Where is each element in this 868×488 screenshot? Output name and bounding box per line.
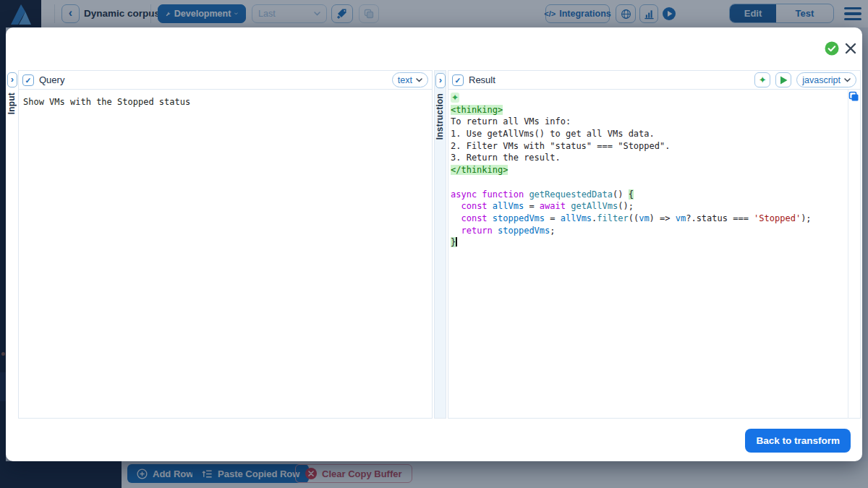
code-line: const stoppedVms = allVms.filter((vm) =>… xyxy=(451,213,846,225)
code-editor[interactable]: ✦<thinking>To return all VMs info:1. Use… xyxy=(448,90,860,419)
confirm-check-icon[interactable] xyxy=(825,41,839,56)
code-line: 2. Filter VMs with "status" === "Stopped… xyxy=(451,140,846,153)
query-checkbox[interactable]: ✓ xyxy=(22,74,34,86)
code-line: To return all VMs info: xyxy=(451,116,846,128)
result-checkbox[interactable]: ✓ xyxy=(452,74,464,86)
expand-input-chevron[interactable]: › xyxy=(7,72,17,87)
code-line: 3. Return the result. xyxy=(451,152,846,164)
back-to-transform-button[interactable]: Back to transform xyxy=(745,429,851,453)
expand-instruction-chevron[interactable]: › xyxy=(435,73,446,88)
chevron-down-icon xyxy=(844,78,851,82)
input-rail: › Input xyxy=(6,70,18,419)
code-line: ✦ xyxy=(451,92,846,104)
input-rail-label: Input xyxy=(7,93,17,114)
result-panel-title: Result xyxy=(469,74,495,85)
code-line: const allVms = await getAllVms(); xyxy=(451,200,846,213)
code-line: async function getRequestedData() { xyxy=(451,189,846,201)
transform-editor-modal: › Input ✓ Query text Show VMs with the S… xyxy=(6,27,862,461)
generate-code-button[interactable]: ✦ xyxy=(754,72,770,87)
code-line: } xyxy=(451,236,846,249)
query-input[interactable]: Show VMs with the Stopped status xyxy=(19,90,432,114)
play-icon xyxy=(780,76,788,85)
code-line: return stoppedVms; xyxy=(451,225,846,237)
code-line xyxy=(451,176,846,189)
chevron-down-icon xyxy=(416,78,422,82)
code-line: 1. Use getAllVms() to get all VMs data. xyxy=(451,128,846,140)
sparkle-icon: ✦ xyxy=(759,74,767,85)
result-panel-header: ✓ Result ✦ javascript xyxy=(448,71,860,90)
query-mode-select[interactable]: text xyxy=(392,72,428,87)
query-panel-body: Show VMs with the Stopped status xyxy=(19,90,432,419)
editor-scroll-rail[interactable] xyxy=(848,90,860,419)
language-select[interactable]: javascript xyxy=(796,72,856,87)
result-panel: ✓ Result ✦ javascript ✦<thinking>To retu… xyxy=(448,70,861,419)
run-code-button[interactable] xyxy=(775,72,791,87)
query-panel-title: Query xyxy=(39,74,64,85)
copy-code-icon[interactable] xyxy=(848,91,859,105)
code-content: ✦<thinking>To return all VMs info:1. Use… xyxy=(448,90,860,249)
code-line: <thinking> xyxy=(451,104,846,116)
query-panel: ✓ Query text Show VMs with the Stopped s… xyxy=(18,70,433,419)
instruction-rail-label: Instruction xyxy=(435,93,445,140)
code-line: </thinking> xyxy=(451,164,846,176)
instruction-rail: › Instruction xyxy=(434,70,446,419)
close-icon[interactable] xyxy=(843,41,858,56)
query-panel-header: ✓ Query text xyxy=(19,71,432,90)
